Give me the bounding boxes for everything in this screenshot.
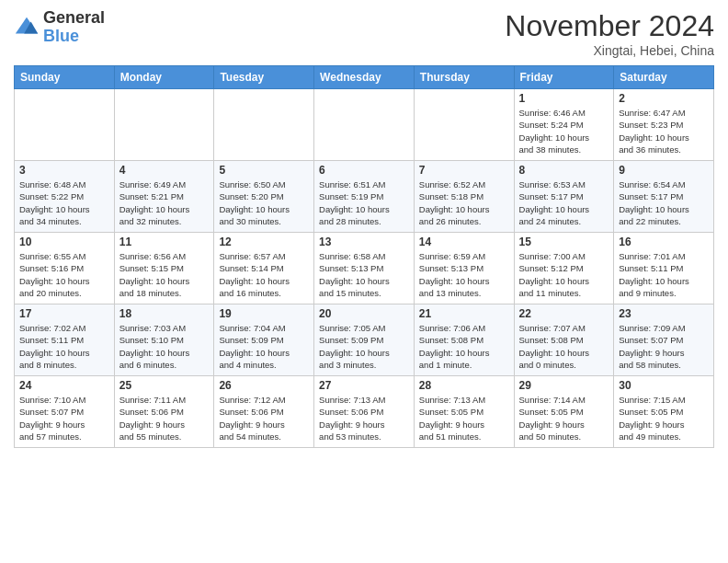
- header-friday: Friday: [514, 66, 614, 89]
- day-number: 17: [19, 307, 109, 320]
- calendar-cell: 30Sunrise: 7:15 AM Sunset: 5:05 PM Dayli…: [614, 376, 714, 448]
- day-number: 14: [419, 236, 509, 248]
- calendar-cell: 27Sunrise: 7:13 AM Sunset: 5:06 PM Dayli…: [314, 376, 415, 448]
- calendar-cell: 6Sunrise: 6:51 AM Sunset: 5:19 PM Daylig…: [314, 161, 415, 233]
- day-number: 5: [219, 164, 309, 177]
- day-number: 18: [119, 307, 210, 320]
- title-block: November 2024 Xingtai, Hebei, China: [505, 9, 714, 58]
- header-sunday: Sunday: [15, 66, 115, 89]
- day-number: 10: [19, 236, 109, 248]
- day-info: Sunrise: 7:02 AM Sunset: 5:11 PM Dayligh…: [19, 322, 109, 371]
- header-wednesday: Wednesday: [314, 66, 415, 89]
- calendar-cell: 16Sunrise: 7:01 AM Sunset: 5:11 PM Dayli…: [614, 233, 714, 304]
- day-info: Sunrise: 6:56 AM Sunset: 5:15 PM Dayligh…: [119, 250, 210, 299]
- day-number: 1: [519, 92, 609, 105]
- day-number: 21: [419, 307, 509, 320]
- calendar-cell: 18Sunrise: 7:03 AM Sunset: 5:10 PM Dayli…: [114, 304, 214, 376]
- calendar-cell: 3Sunrise: 6:48 AM Sunset: 5:22 PM Daylig…: [15, 161, 115, 233]
- calendar-cell: 21Sunrise: 7:06 AM Sunset: 5:08 PM Dayli…: [414, 304, 514, 376]
- header-monday: Monday: [114, 66, 214, 89]
- day-info: Sunrise: 6:57 AM Sunset: 5:14 PM Dayligh…: [219, 250, 309, 299]
- day-info: Sunrise: 7:14 AM Sunset: 5:05 PM Dayligh…: [519, 394, 609, 442]
- day-info: Sunrise: 7:04 AM Sunset: 5:09 PM Dayligh…: [219, 322, 309, 371]
- day-info: Sunrise: 7:10 AM Sunset: 5:07 PM Dayligh…: [19, 394, 109, 442]
- calendar-cell: 1Sunrise: 6:46 AM Sunset: 5:24 PM Daylig…: [514, 89, 614, 161]
- header-saturday: Saturday: [614, 66, 714, 89]
- calendar-cell: 17Sunrise: 7:02 AM Sunset: 5:11 PM Dayli…: [15, 304, 115, 376]
- day-info: Sunrise: 7:07 AM Sunset: 5:08 PM Dayligh…: [519, 322, 609, 371]
- day-number: 3: [19, 164, 109, 177]
- day-number: 8: [519, 164, 609, 177]
- calendar-cell: [214, 89, 314, 161]
- day-info: Sunrise: 7:09 AM Sunset: 5:07 PM Dayligh…: [619, 322, 709, 371]
- day-info: Sunrise: 6:46 AM Sunset: 5:24 PM Dayligh…: [519, 107, 609, 155]
- page-header: General Blue November 2024 Xingtai, Hebe…: [14, 9, 714, 58]
- calendar-cell: 22Sunrise: 7:07 AM Sunset: 5:08 PM Dayli…: [514, 304, 614, 376]
- day-number: 12: [219, 236, 309, 248]
- header-tuesday: Tuesday: [214, 66, 314, 89]
- day-number: 2: [619, 92, 709, 105]
- day-info: Sunrise: 7:00 AM Sunset: 5:12 PM Dayligh…: [519, 250, 609, 299]
- day-number: 22: [519, 307, 609, 320]
- calendar-cell: [114, 89, 214, 161]
- calendar-week-row: 17Sunrise: 7:02 AM Sunset: 5:11 PM Dayli…: [15, 304, 714, 376]
- day-number: 29: [519, 379, 609, 392]
- day-number: 26: [219, 379, 309, 392]
- weekday-header-row: Sunday Monday Tuesday Wednesday Thursday…: [15, 66, 714, 89]
- calendar-cell: 8Sunrise: 6:53 AM Sunset: 5:17 PM Daylig…: [514, 161, 614, 233]
- day-number: 7: [419, 164, 509, 177]
- day-info: Sunrise: 6:51 AM Sunset: 5:19 PM Dayligh…: [319, 178, 409, 227]
- day-info: Sunrise: 7:11 AM Sunset: 5:06 PM Dayligh…: [119, 394, 210, 442]
- calendar-cell: 13Sunrise: 6:58 AM Sunset: 5:13 PM Dayli…: [314, 233, 415, 304]
- day-info: Sunrise: 7:12 AM Sunset: 5:06 PM Dayligh…: [219, 394, 309, 442]
- calendar-cell: 26Sunrise: 7:12 AM Sunset: 5:06 PM Dayli…: [214, 376, 314, 448]
- calendar-cell: 23Sunrise: 7:09 AM Sunset: 5:07 PM Dayli…: [614, 304, 714, 376]
- calendar-table: Sunday Monday Tuesday Wednesday Thursday…: [14, 65, 714, 448]
- calendar-cell: 4Sunrise: 6:49 AM Sunset: 5:21 PM Daylig…: [114, 161, 214, 233]
- day-info: Sunrise: 6:48 AM Sunset: 5:22 PM Dayligh…: [19, 178, 109, 227]
- header-thursday: Thursday: [414, 66, 514, 89]
- calendar-cell: 29Sunrise: 7:14 AM Sunset: 5:05 PM Dayli…: [514, 376, 614, 448]
- page-container: General Blue November 2024 Xingtai, Hebe…: [0, 0, 728, 453]
- day-number: 15: [519, 236, 609, 248]
- calendar-cell: 10Sunrise: 6:55 AM Sunset: 5:16 PM Dayli…: [15, 233, 115, 304]
- month-title: November 2024: [505, 9, 714, 43]
- calendar-week-row: 10Sunrise: 6:55 AM Sunset: 5:16 PM Dayli…: [15, 233, 714, 304]
- day-info: Sunrise: 6:54 AM Sunset: 5:17 PM Dayligh…: [619, 178, 709, 227]
- day-number: 30: [619, 379, 709, 392]
- day-info: Sunrise: 7:13 AM Sunset: 5:06 PM Dayligh…: [319, 394, 409, 442]
- day-info: Sunrise: 6:59 AM Sunset: 5:13 PM Dayligh…: [419, 250, 509, 299]
- day-info: Sunrise: 7:06 AM Sunset: 5:08 PM Dayligh…: [419, 322, 509, 371]
- day-info: Sunrise: 6:50 AM Sunset: 5:20 PM Dayligh…: [219, 178, 309, 227]
- calendar-cell: 25Sunrise: 7:11 AM Sunset: 5:06 PM Dayli…: [114, 376, 214, 448]
- calendar-week-row: 3Sunrise: 6:48 AM Sunset: 5:22 PM Daylig…: [15, 161, 714, 233]
- calendar-cell: [314, 89, 415, 161]
- calendar-cell: [15, 89, 115, 161]
- day-info: Sunrise: 7:13 AM Sunset: 5:05 PM Dayligh…: [419, 394, 509, 442]
- calendar-cell: 11Sunrise: 6:56 AM Sunset: 5:15 PM Dayli…: [114, 233, 214, 304]
- day-number: 25: [119, 379, 210, 392]
- calendar-cell: 9Sunrise: 6:54 AM Sunset: 5:17 PM Daylig…: [614, 161, 714, 233]
- calendar-cell: 12Sunrise: 6:57 AM Sunset: 5:14 PM Dayli…: [214, 233, 314, 304]
- day-number: 20: [319, 307, 409, 320]
- calendar-cell: 20Sunrise: 7:05 AM Sunset: 5:09 PM Dayli…: [314, 304, 415, 376]
- calendar-cell: 28Sunrise: 7:13 AM Sunset: 5:05 PM Dayli…: [414, 376, 514, 448]
- calendar-cell: [414, 89, 514, 161]
- day-number: 13: [319, 236, 409, 248]
- calendar-cell: 24Sunrise: 7:10 AM Sunset: 5:07 PM Dayli…: [15, 376, 115, 448]
- day-number: 28: [419, 379, 509, 392]
- day-info: Sunrise: 7:05 AM Sunset: 5:09 PM Dayligh…: [319, 322, 409, 371]
- day-info: Sunrise: 6:58 AM Sunset: 5:13 PM Dayligh…: [319, 250, 409, 299]
- location: Xingtai, Hebei, China: [505, 43, 714, 58]
- day-info: Sunrise: 7:01 AM Sunset: 5:11 PM Dayligh…: [619, 250, 709, 299]
- day-number: 11: [119, 236, 210, 248]
- day-number: 24: [19, 379, 109, 392]
- day-number: 6: [319, 164, 409, 177]
- calendar-cell: 15Sunrise: 7:00 AM Sunset: 5:12 PM Dayli…: [514, 233, 614, 304]
- day-info: Sunrise: 6:52 AM Sunset: 5:18 PM Dayligh…: [419, 178, 509, 227]
- day-info: Sunrise: 7:15 AM Sunset: 5:05 PM Dayligh…: [619, 394, 709, 442]
- logo-icon: [14, 15, 40, 40]
- day-number: 9: [619, 164, 709, 177]
- calendar-cell: 7Sunrise: 6:52 AM Sunset: 5:18 PM Daylig…: [414, 161, 514, 233]
- logo-blue-text: Blue: [43, 27, 79, 45]
